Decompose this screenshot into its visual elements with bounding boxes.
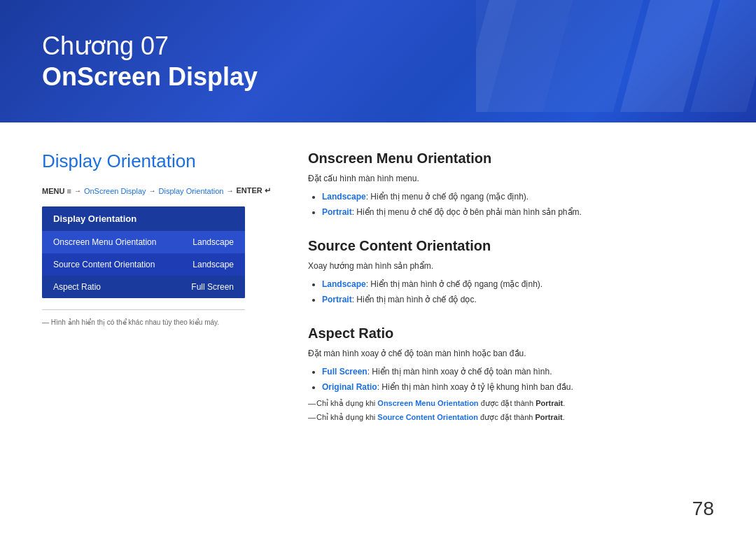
subsection-desc-2: Đặt màn hình xoay ở chế độ toàn màn hình… <box>308 347 714 360</box>
subsection-desc-0: Đặt cấu hình màn hình menu. <box>308 172 714 185</box>
menu-box-header: Display Orientation <box>42 206 245 231</box>
note-list: Chỉ khả dụng khi Onscreen Menu Orientati… <box>308 398 714 423</box>
breadcrumb-arrow3: → <box>226 187 233 195</box>
menu-item-value-2: Full Screen <box>191 282 234 292</box>
content-area: Display Orientation MENU ≡ → OnScreen Di… <box>0 122 756 470</box>
breadcrumb-enter: ENTER ↵ <box>236 186 270 195</box>
menu-box: Display Orientation Onscreen Menu Orient… <box>42 206 245 298</box>
section-aspect-ratio: Aspect Ratio Đặt màn hình xoay ở chế độ … <box>308 325 714 423</box>
menu-item-value-0: Landscape <box>192 237 234 247</box>
left-column: Display Orientation MENU ≡ → OnScreen Di… <box>42 150 280 442</box>
menu-item-label-0: Onscreen Menu Orientation <box>53 237 156 247</box>
menu-item-2[interactable]: Aspect Ratio Full Screen <box>42 276 245 298</box>
section-onscreen-menu-orientation: Onscreen Menu Orientation Đặt cấu hình m… <box>308 150 714 218</box>
bullet-item: Portrait: Hiển thị màn hình ở chế độ dọc… <box>322 293 714 306</box>
note-link: Onscreen Menu Orientation <box>377 399 478 407</box>
bullet-item: Landscape: Hiển thị màn hình ở chế độ ng… <box>322 278 714 290</box>
right-column: Onscreen Menu Orientation Đặt cấu hình m… <box>308 150 714 442</box>
section-title: Display Orientation <box>42 150 280 172</box>
subsection-title-2: Aspect Ratio <box>308 325 714 342</box>
menu-item-0[interactable]: Onscreen Menu Orientation Landscape <box>42 231 245 253</box>
bullet-link: Landscape <box>322 192 366 202</box>
footnote: ― Hình ảnh hiển thị có thể khác nhau tùy… <box>42 309 245 326</box>
subsection-title-1: Source Content Orientation <box>308 238 714 254</box>
menu-item-label-2: Aspect Ratio <box>53 282 101 292</box>
section-source-content-orientation: Source Content Orientation Xoay hướng mà… <box>308 238 714 306</box>
bullet-link: Full Screen <box>322 367 368 377</box>
menu-item-value-1: Landscape <box>192 260 234 269</box>
subsection-desc-1: Xoay hướng màn hình sản phẩm. <box>308 260 714 272</box>
note-bold: Portrait <box>536 399 563 407</box>
bullet-list-0: Landscape: Hiển thị menu ở chế độ ngang … <box>308 190 714 218</box>
subsection-title-0: Onscreen Menu Orientation <box>308 150 714 167</box>
header-title-block: Chương 07 OnScreen Display <box>42 31 258 91</box>
bullet-item: Landscape: Hiển thị menu ở chế độ ngang … <box>322 190 714 203</box>
bullet-link: Original Ratio <box>322 382 377 392</box>
breadcrumb-menu: MENU ≡ <box>42 187 71 195</box>
note-item: Chỉ khả dụng khi Source Content Orientat… <box>308 412 714 423</box>
bullet-list-2: Full Screen: Hiển thị màn hình xoay ở ch… <box>308 365 714 393</box>
breadcrumb: MENU ≡ → OnScreen Display → Display Orie… <box>42 186 280 195</box>
bullet-item: Full Screen: Hiển thị màn hình xoay ở ch… <box>322 365 714 378</box>
breadcrumb-link1: OnScreen Display <box>84 187 146 195</box>
bullet-list-1: Landscape: Hiển thị màn hình ở chế độ ng… <box>308 278 714 306</box>
note-item: Chỉ khả dụng khi Onscreen Menu Orientati… <box>308 398 714 409</box>
bullet-link: Portrait <box>322 207 352 217</box>
note-link: Source Content Orientation <box>377 413 478 421</box>
bullet-link: Landscape <box>322 279 366 289</box>
bullet-link: Portrait <box>322 295 352 304</box>
note-bold: Portrait <box>536 413 563 421</box>
breadcrumb-arrow1: → <box>74 187 81 195</box>
header-decoration <box>476 0 756 122</box>
bullet-item: Portrait: Hiển thị menu ở chế độ dọc ở b… <box>322 206 714 218</box>
page-header: Chương 07 OnScreen Display <box>0 0 756 122</box>
menu-item-label-1: Source Content Orientation <box>53 260 155 269</box>
menu-item-1[interactable]: Source Content Orientation Landscape <box>42 253 245 276</box>
chapter-label: Chương 07 <box>42 31 258 61</box>
page-number: 78 <box>692 498 714 520</box>
breadcrumb-link2: Display Orientation <box>159 187 224 195</box>
bullet-item: Original Ratio: Hiển thị màn hình xoay ở… <box>322 381 714 393</box>
breadcrumb-arrow2: → <box>149 187 156 195</box>
main-title: OnScreen Display <box>42 62 258 92</box>
